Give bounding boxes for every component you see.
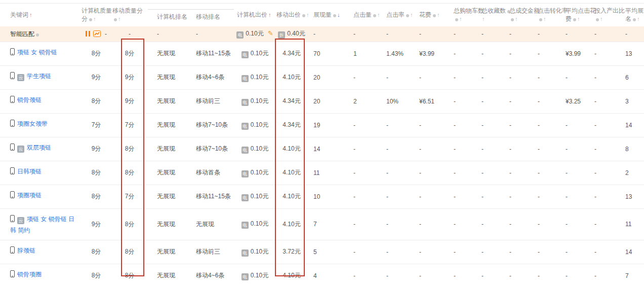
help-icon[interactable]: [539, 18, 542, 21]
sort-up-icon[interactable]: ↑: [268, 12, 271, 18]
pc-bid-badge-icon: 电: [242, 194, 249, 201]
cell-roi: -: [587, 264, 615, 286]
sort-up-icon[interactable]: ↑: [543, 16, 546, 22]
cell-roi: -: [587, 89, 615, 113]
cell-mobile-rank: 移动前三: [187, 240, 234, 264]
help-icon[interactable]: [633, 18, 636, 21]
col-header-clicks[interactable]: 点击量↑: [344, 3, 377, 26]
cell-conversion-rate: -: [531, 185, 558, 208]
sort-up-icon[interactable]: ↑: [93, 16, 96, 22]
cell-pc-bid: 电0.10元: [234, 185, 276, 208]
sort-up-icon[interactable]: ↑: [118, 16, 121, 22]
sort-up-icon[interactable]: ↑: [515, 16, 518, 22]
cell-gmv-total: -: [501, 161, 531, 185]
pc-bid-badge-icon: 电: [242, 75, 249, 82]
sort-up-icon[interactable]: ↑: [29, 12, 32, 18]
cell-favorites-total: -: [473, 161, 501, 185]
trend-chart-icon[interactable]: [93, 30, 101, 37]
keyword-link[interactable]: 锁骨颈链: [17, 96, 42, 103]
cell-avg-rank: 13: [615, 185, 644, 208]
cell-pc-quality: 8分: [81, 185, 111, 208]
cell-mobile-bid: 4.10元: [276, 185, 307, 208]
cell-impressions: 4: [307, 264, 344, 286]
table-row: 锁骨颈链8分9分无展现移动前三电0.10元4.34元20210%¥6.51---…: [0, 89, 644, 113]
cell-gmv-total: -: [501, 185, 531, 208]
col-header-mobile-quality[interactable]: 移动质量分↑: [111, 3, 148, 26]
col-label: 计算机排名: [157, 13, 187, 20]
help-icon[interactable]: [36, 33, 39, 37]
mobile-bid-discount-icon: 折: [278, 31, 285, 39]
mobile-phone-icon: [10, 120, 15, 127]
cell-impressions: -: [307, 26, 344, 42]
help-icon[interactable]: [573, 18, 576, 21]
cell-mobile-bid: 折0.40元: [276, 26, 307, 42]
cell-cart-total: -: [445, 42, 473, 65]
edit-bid-icon[interactable]: ✎: [268, 29, 273, 37]
cell-favorites-total: -: [473, 185, 501, 208]
cell-avg-rank: 8: [615, 137, 644, 161]
cell-keyword: 脖颈链: [0, 240, 81, 264]
keyword-link[interactable]: 项链 女 锁骨链: [17, 49, 57, 56]
keyword-link[interactable]: 项圈女颈带: [17, 120, 48, 127]
keyword-link[interactable]: 脖颈链: [17, 247, 35, 254]
cell-pc-bid: 电0.10元: [234, 65, 276, 89]
cell-pc-rank: 无展现: [148, 89, 187, 113]
cell-mobile-bid: 4.10元: [276, 161, 307, 185]
help-icon[interactable]: [406, 14, 409, 17]
cell-avg-click-cost: -: [558, 113, 587, 137]
help-icon[interactable]: [89, 18, 92, 21]
sort-up-icon[interactable]: ↑: [600, 16, 603, 22]
pause-button-icon[interactable]: [86, 31, 90, 37]
keyword-link[interactable]: 日韩项链: [17, 168, 42, 175]
help-icon[interactable]: [114, 18, 117, 21]
smart-match-row: 智能匹配----电0.10元✎折0.40元-----------: [0, 26, 644, 42]
cell-pc-bid: 电0.10元: [234, 161, 276, 185]
help-icon[interactable]: [455, 18, 458, 21]
sort-up-icon[interactable]: ↑: [306, 12, 309, 18]
cell-avg-click-cost: ¥3.25: [558, 89, 587, 113]
cell-mobile-quality: 8分: [111, 42, 148, 65]
keyword-link[interactable]: 项圈项链: [17, 192, 42, 199]
cell-favorites-total: -: [473, 89, 501, 113]
sort-up-icon[interactable]: ↑: [437, 12, 440, 18]
cell-roi: -: [587, 161, 615, 185]
cell-mobile-bid: 4.34元: [276, 113, 307, 137]
keyword-link[interactable]: 双层项链: [27, 144, 51, 151]
cell-gmv-total: -: [501, 208, 531, 240]
sort-up-icon[interactable]: ↑: [410, 12, 413, 18]
sort-up-icon[interactable]: ↑: [377, 12, 380, 18]
col-header-impressions[interactable]: 展现量↓: [307, 3, 344, 26]
pc-bid-badge-icon: 电: [242, 249, 249, 257]
sort-up-icon[interactable]: ↑: [459, 16, 462, 22]
help-icon[interactable]: [302, 14, 305, 17]
cell-clicks: -: [344, 113, 377, 137]
col-header-cart-total[interactable]: 总购物车数↑: [445, 3, 473, 26]
col-header-pc-quality[interactable]: 计算机质量分↑: [81, 3, 111, 26]
cell-cost: ¥6.51: [410, 89, 445, 113]
sort-up-icon[interactable]: ↑: [482, 16, 485, 22]
col-label: 总收藏数: [481, 7, 506, 14]
cell-keyword: 锁骨项圈: [0, 264, 81, 286]
help-icon[interactable]: [373, 14, 376, 17]
cell-avg-click-cost: -: [558, 208, 587, 240]
sort-down-icon[interactable]: ↓: [337, 12, 340, 18]
help-icon[interactable]: [511, 18, 514, 21]
col-header-pc-bid[interactable]: 计算机出价↑: [234, 3, 276, 26]
col-header-mobile-bid[interactable]: 移动出价↑: [276, 3, 307, 26]
col-header-ctr[interactable]: 点击率↑: [377, 3, 410, 26]
help-icon[interactable]: [333, 14, 336, 17]
help-icon[interactable]: [433, 14, 436, 17]
sort-up-icon[interactable]: ↑: [577, 16, 580, 22]
col-header-keyword[interactable]: 关键词↑: [0, 3, 81, 26]
cell-impressions: 20: [307, 65, 344, 89]
table-row: 云双层项链9分8分无展现移动7~10条电0.10元4.10元14--------…: [0, 137, 644, 161]
cell-clicks: -: [344, 264, 377, 286]
cell-pc-quality: 8分: [81, 264, 111, 286]
cell-keyword: 项圈女颈带: [0, 113, 81, 137]
help-icon[interactable]: [596, 18, 599, 21]
col-header-cost[interactable]: 花费↑: [410, 3, 445, 26]
sort-up-icon[interactable]: ↑: [637, 16, 640, 22]
keyword-link[interactable]: 学生项链: [27, 73, 51, 80]
cell-impressions: 20: [307, 89, 344, 113]
keyword-link[interactable]: 锁骨项圈: [17, 271, 42, 278]
